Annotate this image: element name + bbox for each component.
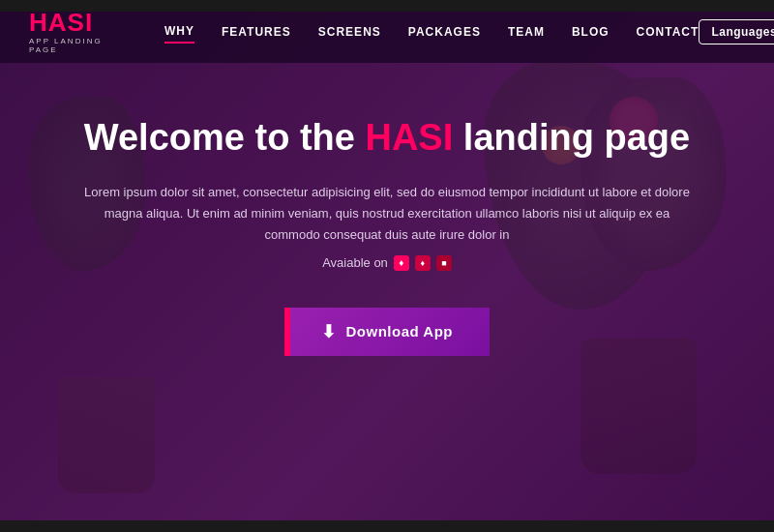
hero-title-suffix: landing page <box>453 117 690 158</box>
available-line: Avaiable on ♦ ♦ ■ <box>322 255 452 271</box>
language-label: Languages <box>711 25 774 39</box>
apple-store-icon: ♦ <box>394 255 409 271</box>
hero-title-prefix: Welcome to the <box>84 117 366 158</box>
download-button[interactable]: ⬇ Download App <box>284 308 490 356</box>
hero-brand: HASI <box>365 117 453 158</box>
nav-link-features[interactable]: FEATURES <box>222 21 291 43</box>
logo-subtitle: APP LANDING PAGE <box>29 37 106 54</box>
nav-links: WHY FEATURES SCREENS PACKAGES TEAM BLOG … <box>164 20 699 44</box>
hero-title: Welcome to the HASI landing page <box>84 116 690 161</box>
nav-link-screens[interactable]: SCREENS <box>318 21 381 43</box>
language-button[interactable]: Languages ▼ <box>699 19 774 44</box>
logo-area: HASI APP LANDING PAGE <box>29 10 106 54</box>
android-store-icon: ♦ <box>415 255 431 271</box>
top-bar <box>0 0 774 12</box>
page-wrapper: HASI APP LANDING PAGE WHY FEATURES SCREE… <box>0 0 774 532</box>
available-text: Avaiable on <box>322 255 388 270</box>
nav-link-team[interactable]: TEAM <box>508 21 545 43</box>
hero-description: Lorem ipsum dolor sit amet, consectetur … <box>77 182 697 246</box>
nav-link-why[interactable]: WHY <box>164 20 194 44</box>
nav-link-contact[interactable]: CONTACT <box>637 21 700 43</box>
download-button-label: Download App <box>346 323 453 340</box>
bottom-bar <box>0 520 774 532</box>
windows-store-icon: ■ <box>436 255 452 271</box>
hero-content: Welcome to the HASI landing page Lorem i… <box>0 63 774 356</box>
logo-text: HASI <box>29 10 106 35</box>
nav-link-blog[interactable]: BLOG <box>572 21 610 43</box>
download-icon: ⬇ <box>321 321 337 342</box>
nav-link-packages[interactable]: PACKAGES <box>408 21 481 43</box>
